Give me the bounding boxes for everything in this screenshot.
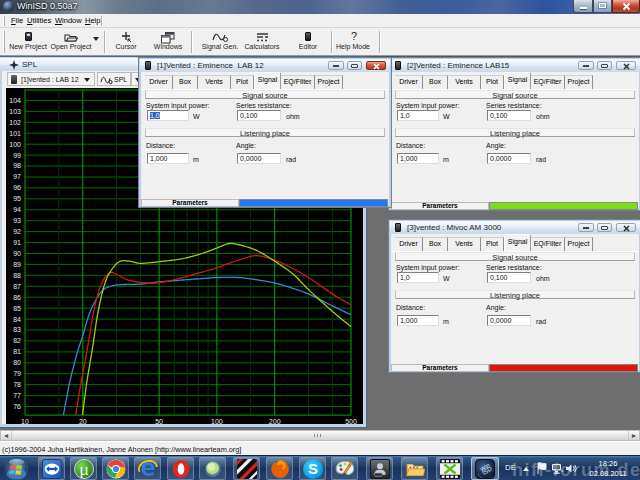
svg-text:80: 80 bbox=[13, 359, 21, 366]
svg-text:50: 50 bbox=[155, 418, 163, 424]
svg-text:83: 83 bbox=[13, 326, 21, 333]
svg-text:101: 101 bbox=[9, 130, 21, 137]
svg-text:87: 87 bbox=[13, 283, 21, 290]
svg-text:95: 95 bbox=[13, 195, 21, 202]
svg-text:81: 81 bbox=[13, 348, 21, 355]
svg-text:89: 89 bbox=[13, 261, 21, 268]
svg-text:77: 77 bbox=[13, 392, 21, 399]
svg-text:91: 91 bbox=[13, 239, 21, 246]
svg-text:78: 78 bbox=[13, 381, 21, 388]
svg-text:84: 84 bbox=[13, 316, 21, 323]
svg-text:200: 200 bbox=[269, 418, 281, 424]
svg-text:97: 97 bbox=[13, 173, 21, 180]
svg-text:100: 100 bbox=[9, 141, 21, 148]
svg-text:103: 103 bbox=[9, 108, 21, 115]
svg-text:86: 86 bbox=[13, 294, 21, 301]
svg-text:100: 100 bbox=[211, 418, 223, 424]
svg-text:500: 500 bbox=[345, 418, 357, 424]
svg-text:79: 79 bbox=[13, 370, 21, 377]
svg-text:93: 93 bbox=[13, 217, 21, 224]
svg-text:20: 20 bbox=[79, 418, 87, 424]
svg-text:92: 92 bbox=[13, 228, 21, 235]
svg-text:82: 82 bbox=[13, 337, 21, 344]
svg-text:76: 76 bbox=[13, 403, 21, 410]
svg-text:104: 104 bbox=[9, 97, 21, 104]
svg-text:90: 90 bbox=[13, 250, 21, 257]
svg-text:99: 99 bbox=[13, 152, 21, 159]
svg-text:10: 10 bbox=[21, 418, 29, 424]
svg-text:98: 98 bbox=[13, 162, 21, 169]
svg-text:94: 94 bbox=[13, 206, 21, 213]
svg-text:85: 85 bbox=[13, 305, 21, 312]
svg-text:96: 96 bbox=[13, 184, 21, 191]
svg-text:88: 88 bbox=[13, 272, 21, 279]
svg-text:102: 102 bbox=[9, 119, 21, 126]
